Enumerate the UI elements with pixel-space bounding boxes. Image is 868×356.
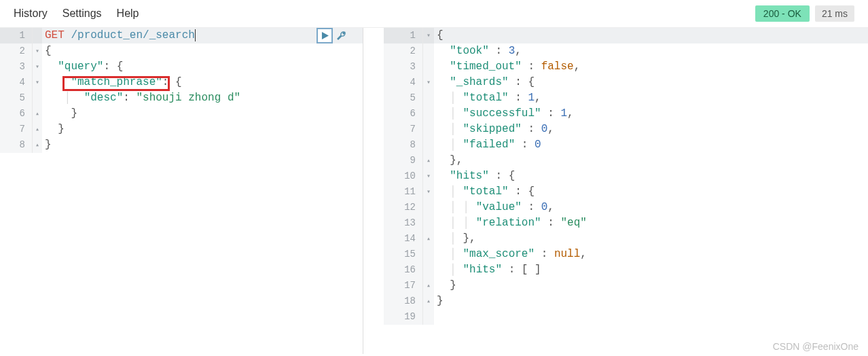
json-key: "relation" xyxy=(476,217,541,229)
fold-toggle[interactable]: ▾ xyxy=(423,168,434,184)
json-value: 3 xyxy=(509,45,516,57)
fold-toggle[interactable]: ▾ xyxy=(33,75,42,90)
wrench-icon xyxy=(336,31,347,41)
code-line[interactable]: 14▴ │ }, xyxy=(384,231,868,247)
fold-toggle[interactable]: ▴ xyxy=(423,231,434,247)
line-number: 6 xyxy=(384,106,423,122)
code-line[interactable]: 3 ▾ "query": { xyxy=(0,59,363,75)
fold-toggle[interactable]: ▴ xyxy=(423,153,434,168)
fold-toggle[interactable] xyxy=(33,28,42,43)
line-number: 7 xyxy=(0,122,33,137)
code-line[interactable]: 16 │ "hits" : [ ] xyxy=(384,262,868,278)
code-line[interactable]: 18▴} xyxy=(384,293,868,309)
fold-toggle[interactable]: ▴ xyxy=(33,106,42,122)
code-line[interactable]: 19 xyxy=(384,309,868,325)
request-editor[interactable]: 1 GET /product_en/_search 2 ▾ { 3 ▾ "que… xyxy=(0,28,363,153)
code-line[interactable]: 2 "took" : 3, xyxy=(384,43,868,59)
code-line[interactable]: 1▾{ xyxy=(384,28,868,43)
fold-toggle[interactable] xyxy=(423,90,434,106)
fold-toggle[interactable]: ▴ xyxy=(33,137,42,153)
fold-toggle[interactable] xyxy=(423,122,434,137)
code-line[interactable]: 5 │ "desc": "shouji zhong d" xyxy=(0,90,363,106)
line-number: 4 xyxy=(384,75,423,90)
fold-toggle[interactable] xyxy=(423,262,434,278)
code-line[interactable]: 7 │ "skipped" : 0, xyxy=(384,122,868,137)
json-key: "total" xyxy=(463,92,508,104)
json-value: 1 xyxy=(560,107,567,120)
status-badge: 200 - OK xyxy=(755,5,810,22)
json-key: "_shards" xyxy=(450,76,508,88)
fold-toggle[interactable] xyxy=(423,137,434,153)
fold-toggle[interactable]: ▴ xyxy=(423,278,434,293)
code-line[interactable]: 6 │ "successful" : 1, xyxy=(384,106,868,122)
code-line[interactable]: 8 │ "failed" : 0 xyxy=(384,137,868,153)
fold-toggle[interactable]: ▾ xyxy=(423,75,434,90)
fold-toggle[interactable] xyxy=(423,309,434,325)
code-line[interactable]: 10▾ "hits" : { xyxy=(384,168,868,184)
wrench-button[interactable] xyxy=(334,29,349,43)
fold-toggle[interactable] xyxy=(423,247,434,262)
fold-toggle[interactable] xyxy=(423,59,434,75)
code-line[interactable]: 12 │ │ "value" : 0, xyxy=(384,200,868,215)
response-editor[interactable]: 1▾{ 2 "took" : 3, 3 "timed_out" : false,… xyxy=(384,28,868,325)
json-value: null xyxy=(554,248,580,260)
json-key: "value" xyxy=(476,201,522,213)
line-number: 5 xyxy=(384,90,423,106)
fold-toggle[interactable] xyxy=(423,106,434,122)
json-key: "hits" xyxy=(450,170,489,182)
json-value: 0 xyxy=(541,123,548,135)
json-key: "total" xyxy=(463,185,508,198)
fold-toggle[interactable] xyxy=(423,43,434,59)
json-key: "successful" xyxy=(463,107,541,120)
code-line[interactable]: 15 │ "max_score" : null, xyxy=(384,247,868,262)
menu-history[interactable]: History xyxy=(14,7,48,20)
line-number: 14 xyxy=(384,231,423,247)
menubar-right: 200 - OK 21 ms xyxy=(755,5,854,22)
json-key: "query" xyxy=(58,60,103,73)
line-number: 10 xyxy=(384,168,423,184)
line-number: 15 xyxy=(384,247,423,262)
line-number: 13 xyxy=(384,215,423,231)
fold-toggle[interactable]: ▴ xyxy=(423,293,434,309)
line-number: 12 xyxy=(384,200,423,215)
fold-toggle[interactable] xyxy=(423,200,434,215)
code-line[interactable]: 3 "timed_out" : false, xyxy=(384,59,868,75)
fold-toggle[interactable] xyxy=(33,90,42,106)
code-line[interactable]: 6 ▴ } xyxy=(0,106,363,122)
line-number: 17 xyxy=(384,278,423,293)
action-bar xyxy=(317,28,349,43)
play-icon xyxy=(321,32,329,39)
code-line[interactable]: 11▾ │ "total" : { xyxy=(384,184,868,200)
code-line[interactable]: 5 │ "total" : 1, xyxy=(384,90,868,106)
code-line[interactable]: 9▴ }, xyxy=(384,153,868,168)
fold-toggle[interactable]: ▴ xyxy=(33,122,42,137)
menu-settings[interactable]: Settings xyxy=(62,7,102,20)
json-key: "failed" xyxy=(463,139,515,151)
code-line[interactable]: 4▾ "_shards" : { xyxy=(384,75,868,90)
line-number: 16 xyxy=(384,262,423,278)
run-button[interactable] xyxy=(317,28,333,43)
json-key: "hits" xyxy=(463,264,502,276)
fold-toggle[interactable]: ▾ xyxy=(423,184,434,200)
json-key: "max_score" xyxy=(463,248,535,260)
json-value: 1 xyxy=(528,92,535,104)
json-key: "timed_out" xyxy=(450,60,522,73)
code-line[interactable]: 8 ▴ } xyxy=(0,137,363,153)
code-line[interactable]: 17▴ } xyxy=(384,278,868,293)
fold-toggle[interactable]: ▾ xyxy=(33,59,42,75)
line-number: 18 xyxy=(384,293,423,309)
line-number: 11 xyxy=(384,184,423,200)
fold-toggle[interactable]: ▾ xyxy=(423,28,434,43)
line-number: 1 xyxy=(0,28,33,43)
code-line[interactable]: 13 │ │ "relation" : "eq" xyxy=(384,215,868,231)
line-number: 6 xyxy=(0,106,33,122)
code-line[interactable]: 2 ▾ { xyxy=(0,43,363,59)
menu-help[interactable]: Help xyxy=(117,7,139,20)
fold-toggle[interactable] xyxy=(423,215,434,231)
fold-toggle[interactable]: ▾ xyxy=(33,43,42,59)
json-value: false xyxy=(541,60,574,73)
code-line[interactable]: 1 GET /product_en/_search xyxy=(0,28,363,43)
code-line[interactable]: 4 ▾ "match_phrase": { xyxy=(0,75,363,90)
code-line[interactable]: 7 ▴ } xyxy=(0,122,363,137)
json-value: 0 xyxy=(541,201,548,213)
